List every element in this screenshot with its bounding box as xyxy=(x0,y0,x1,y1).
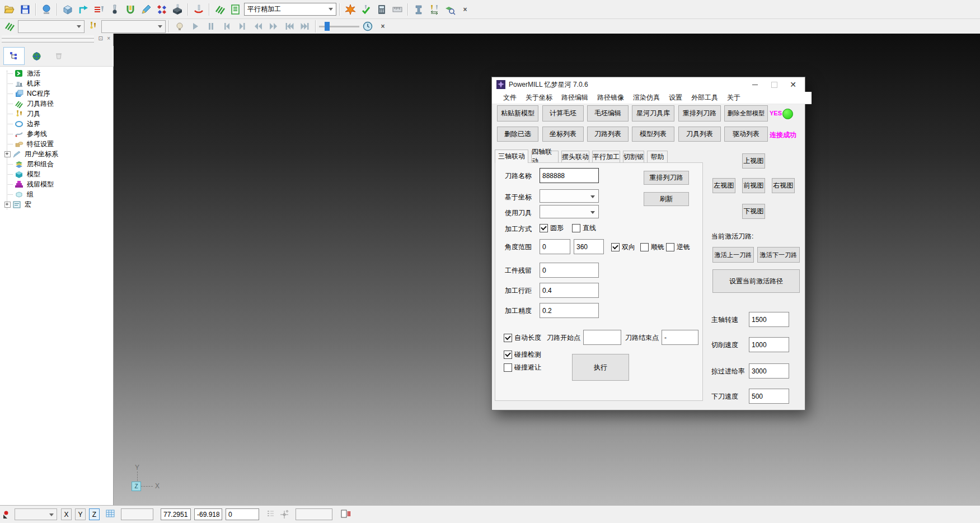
globe-tab[interactable] xyxy=(26,47,47,65)
menu-external-tools[interactable]: 外部工具 xyxy=(687,93,723,102)
toolpath-icon[interactable] xyxy=(213,3,227,16)
view-front-button[interactable]: 前视图 xyxy=(742,178,765,193)
xyz-list-icon[interactable] xyxy=(266,509,275,520)
reorder-toolpath-button[interactable]: 重排列刀路 xyxy=(644,171,689,185)
start-point-input[interactable] xyxy=(583,330,621,345)
pencil-icon[interactable] xyxy=(139,3,153,16)
menu-file[interactable]: 文件 xyxy=(499,93,521,102)
sim-tool-combobox[interactable] xyxy=(101,20,166,33)
menu-about[interactable]: 关于 xyxy=(723,93,745,102)
minimize-button[interactable] xyxy=(745,77,765,92)
close-panel-icon[interactable]: × xyxy=(107,35,110,41)
angle-from-input[interactable] xyxy=(540,239,570,254)
reorder-toolpaths-button[interactable]: 重排列刀路 xyxy=(678,105,721,122)
delete-selected-button[interactable]: 删除已选 xyxy=(497,127,538,142)
status-combobox[interactable] xyxy=(15,508,57,520)
tree-item-feature-sets[interactable]: 特征设置 xyxy=(0,139,54,149)
execute-button[interactable]: 执行 xyxy=(572,354,629,381)
line-checkbox[interactable]: 直线 xyxy=(572,223,596,233)
tree-item-boundaries[interactable]: 边界 xyxy=(0,119,40,129)
collision-check-checkbox[interactable]: 碰撞检测 xyxy=(504,350,541,359)
coord-list-button[interactable]: 坐标列表 xyxy=(542,127,584,142)
cutting-feed-input[interactable] xyxy=(749,337,789,352)
grid-size-input[interactable] xyxy=(121,508,153,520)
circle-checkbox[interactable]: 圆形 xyxy=(540,223,564,233)
tree-item-workplanes[interactable]: 用户坐标系 xyxy=(0,149,58,159)
sphere-icon[interactable] xyxy=(39,3,54,16)
hold-icon[interactable] xyxy=(340,509,351,521)
view-left-button[interactable]: 左视图 xyxy=(712,178,735,193)
refresh-button[interactable]: 刷新 xyxy=(644,192,689,206)
climb-mill-checkbox[interactable]: 顺铣 xyxy=(640,242,664,252)
ruler-icon[interactable] xyxy=(390,3,405,16)
trash-tab[interactable] xyxy=(48,47,69,65)
tool-holder-icon[interactable] xyxy=(123,3,138,16)
explorer-grip-bar[interactable]: ⊡ × xyxy=(0,34,113,46)
bulb-icon[interactable] xyxy=(172,20,187,33)
play-icon[interactable] xyxy=(188,20,203,33)
spindle-speed-input[interactable] xyxy=(749,312,789,327)
calculator-icon[interactable] xyxy=(374,3,389,16)
drive-list-button[interactable]: 驱动列表 xyxy=(724,127,768,142)
stock-remain-input[interactable] xyxy=(540,263,599,278)
speed-slider[interactable] xyxy=(319,22,359,31)
tree-item-groups[interactable]: 组 xyxy=(0,189,34,199)
sim-toolpath-combobox[interactable] xyxy=(18,20,85,33)
tree-item-macros[interactable]: 宏 xyxy=(0,199,31,209)
activate-next-toolpath-button[interactable]: 激活下一刀路 xyxy=(757,247,800,263)
menu-path-mirror[interactable]: 路径镜像 xyxy=(593,93,629,102)
checkbox-icon[interactable] xyxy=(611,243,620,251)
end-point-input[interactable] xyxy=(662,330,698,345)
arc-tool-icon[interactable] xyxy=(191,3,206,16)
tab-saw[interactable]: 切割锯 xyxy=(623,151,644,162)
rewind-icon[interactable] xyxy=(251,20,265,33)
cursor-x-input[interactable] xyxy=(161,508,191,520)
skim-feed-input[interactable] xyxy=(749,363,789,379)
base-coord-combobox[interactable] xyxy=(540,189,599,203)
block-icon[interactable] xyxy=(60,3,75,16)
search-box-icon[interactable] xyxy=(443,3,457,16)
ball-mill-icon[interactable] xyxy=(107,3,122,16)
maximize-button[interactable] xyxy=(765,77,784,92)
angle-to-input[interactable] xyxy=(574,239,604,254)
tool-library-button[interactable]: 星河刀具库 xyxy=(632,105,674,122)
paste-model-button[interactable]: 粘贴新模型 xyxy=(497,105,538,122)
tree-item-stock-models[interactable]: 残留模型 xyxy=(0,179,54,189)
collision-avoid-checkbox[interactable]: 碰撞避让 xyxy=(504,363,541,372)
checkbox-icon[interactable] xyxy=(540,224,548,232)
tree-item-toolpaths[interactable]: 刀具路径 xyxy=(0,99,54,109)
tab-parallel[interactable]: 平行加工 xyxy=(592,151,620,162)
cursor-y-input[interactable] xyxy=(194,508,222,520)
axis-z-button[interactable]: Z xyxy=(89,508,100,520)
block-edit-button[interactable]: 毛坯编辑 xyxy=(587,105,629,122)
folder-open-icon[interactable] xyxy=(2,3,17,16)
expand-icon[interactable] xyxy=(4,202,11,208)
tab-help[interactable]: 帮助 xyxy=(647,151,668,162)
view-bottom-button[interactable]: 下视图 xyxy=(742,204,765,219)
both-direction-checkbox[interactable]: 双向 xyxy=(611,242,635,252)
skip-end-icon[interactable] xyxy=(298,20,312,33)
skip-start-icon[interactable] xyxy=(282,20,297,33)
menu-about-coords[interactable]: 关于坐标 xyxy=(521,93,557,102)
strategy-list-icon[interactable] xyxy=(228,3,243,16)
axis-y-button[interactable]: Y xyxy=(75,508,86,520)
move-anchor-icon[interactable] xyxy=(280,509,290,521)
fast-forward-icon[interactable] xyxy=(266,20,281,33)
tree-item-levels-sets[interactable]: 层和组合 xyxy=(0,159,54,169)
strategy-combobox[interactable]: 平行精加工 xyxy=(244,3,336,16)
menu-path-edit[interactable]: 路径编辑 xyxy=(557,93,593,102)
tool-change-icon[interactable] xyxy=(427,3,442,16)
close-toolbar-icon[interactable]: × xyxy=(378,22,387,31)
clamp-icon[interactable] xyxy=(411,3,426,16)
tree-item-nc-program[interactable]: NC程序 xyxy=(0,88,50,99)
menu-render-sim[interactable]: 渲染仿真 xyxy=(629,93,664,102)
model-list-button[interactable]: 模型列表 xyxy=(632,127,674,142)
tab-3axis[interactable]: 三轴联动 xyxy=(495,150,528,163)
checkbox-icon[interactable] xyxy=(666,243,674,251)
path-arrow-icon[interactable] xyxy=(76,3,91,16)
view-right-button[interactable]: 右视图 xyxy=(772,178,795,193)
save-icon[interactable] xyxy=(18,3,32,16)
axis-x-button[interactable]: X xyxy=(61,508,72,520)
tree-item-machine[interactable]: 机床 xyxy=(0,78,40,88)
expand-icon[interactable] xyxy=(4,151,11,157)
